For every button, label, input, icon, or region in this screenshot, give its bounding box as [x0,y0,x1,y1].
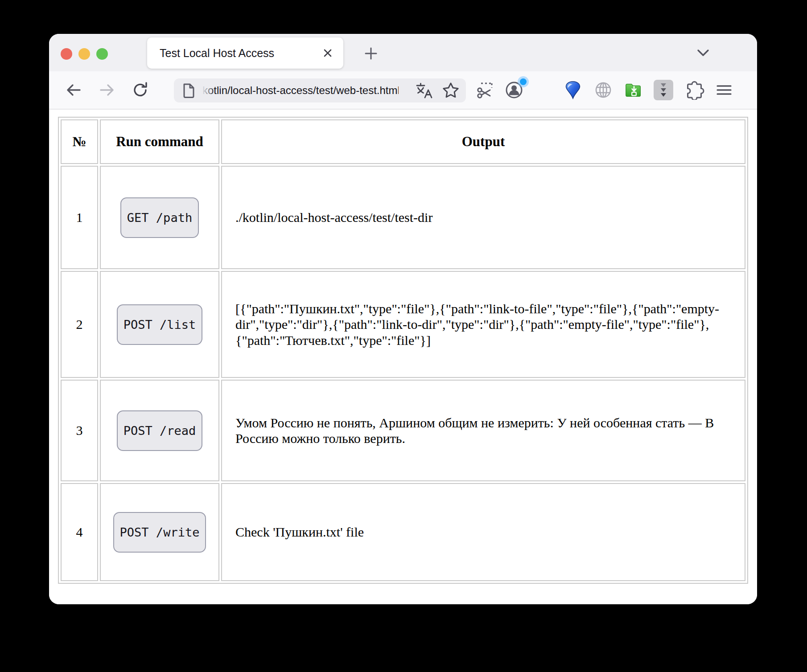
header-number: № [61,119,98,164]
post-list-button[interactable]: POST /list [117,304,203,345]
list-all-tabs-button[interactable] [693,43,713,62]
account-icon[interactable] [504,80,524,100]
output-cell: [{"path":"Пушкин.txt","type":"file"},{"p… [221,271,745,378]
header-output: Output [221,119,745,164]
bookmark-star-icon[interactable] [442,82,460,99]
row-number: 4 [61,483,98,581]
url-fade-overlay [200,82,215,98]
notification-badge [520,78,527,85]
zoom-window-button[interactable] [96,48,108,60]
active-tab[interactable]: Test Local Host Access [147,37,343,69]
screenshot-scissors-icon[interactable] [475,80,495,100]
reload-button[interactable] [131,80,150,100]
table-row: 4 POST /write Check 'Пушкин.txt' file [61,483,745,581]
navigation-toolbar: kotlin/local-host-access/test/web-test.h… [49,71,757,110]
extensions-puzzle-icon[interactable] [685,80,704,100]
download-chevrons-extension-icon[interactable] [654,80,673,100]
header-run-command: Run command [100,119,219,164]
tab-bar: Test Local Host Access [49,34,757,71]
post-write-button[interactable]: POST /write [113,512,206,553]
browser-window: Test Local Host Access [49,34,757,604]
page-document-icon[interactable] [181,82,196,99]
back-button[interactable] [64,80,83,100]
test-results-table: № Run command Output 1 GET /path ./kotli… [58,117,748,584]
table-row: 1 GET /path ./kotlin/local-host-access/t… [61,166,745,269]
post-read-button[interactable]: POST /read [117,410,203,451]
row-number: 1 [61,166,98,269]
page-content: № Run command Output 1 GET /path ./kotli… [49,110,757,604]
funnel-extension-icon[interactable] [563,80,583,100]
translate-icon[interactable] [415,82,434,99]
table-header-row: № Run command Output [61,119,745,164]
tab-close-icon[interactable] [320,45,335,61]
download-folder-extension-icon[interactable] [624,80,644,100]
get-path-button[interactable]: GET /path [120,197,199,238]
row-number: 3 [61,380,98,481]
tab-title: Test Local Host Access [160,47,317,60]
output-cell: Умом Россию не понять, Аршином общим не … [221,380,745,481]
output-cell: Check 'Пушкин.txt' file [221,483,745,581]
forward-button[interactable] [97,80,117,100]
close-window-button[interactable] [61,48,72,60]
minimize-window-button[interactable] [78,48,90,60]
output-cell: ./kotlin/local-host-access/test/test-dir [221,166,745,269]
row-number: 2 [61,271,98,378]
new-tab-button[interactable] [361,44,381,63]
table-row: 3 POST /read Умом Россию не понять, Арши… [61,380,745,481]
table-row: 2 POST /list [{"path":"Пушкин.txt","type… [61,271,745,378]
globe-extension-icon[interactable] [593,80,613,100]
url-text: kotlin/local-host-access/test/web-test.h… [202,84,399,97]
url-bar[interactable]: kotlin/local-host-access/test/web-test.h… [174,78,466,102]
menu-hamburger-icon[interactable] [714,80,734,100]
